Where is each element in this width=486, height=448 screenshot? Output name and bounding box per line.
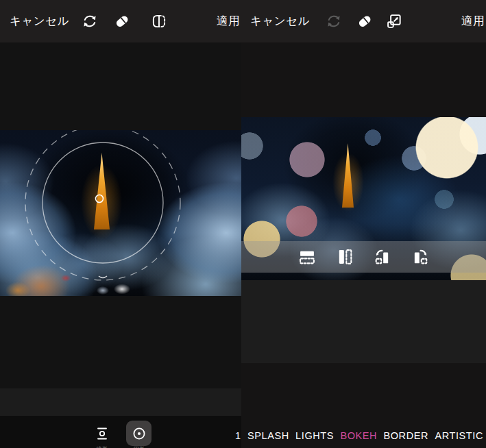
flip-horizontal-button[interactable] [335,247,354,266]
circular-tool-label: 円形 [126,445,151,448]
tab-1[interactable]: 1 [235,430,241,441]
linear-shape-icon [94,425,110,442]
linear-tool-label: 線形 [89,445,114,448]
vignette-inner-circle[interactable] [42,142,163,263]
vignette-shape-overlay[interactable] [0,130,241,296]
redo-button[interactable] [80,12,99,31]
circular-shape-icon [131,425,147,442]
tab-splash[interactable]: SPLASH [247,430,289,441]
rotate-cw-button[interactable] [411,247,430,266]
vignette-center-handle[interactable] [96,195,104,203]
photo-canvas-vignette[interactable] [0,130,241,296]
toolbar-right: キャンセル [241,0,486,42]
photo-canvas-bokeh[interactable] [241,117,486,280]
shape-tools-row [0,416,241,448]
redo-icon [81,12,99,30]
bokeh-editor-pane: キャンセル [241,0,486,448]
adjustment-panel: 透過度 12 色相 0 通常 スクリー 乗算 比較 (暗) 比較 [241,280,486,363]
eraser-button[interactable] [355,12,374,31]
flip-vertical-icon [297,247,317,266]
scale-copy-button[interactable] [385,12,404,31]
vignette-outer-circle-dashed[interactable] [25,130,180,280]
tab-artistic[interactable]: ARTISTIC [435,430,483,441]
apply-button[interactable]: 適用 [217,0,240,42]
bokeh-preset-strip: ♥ ♥ ♥ ♥ BKH12 BKH13 BKH14 BKH [241,363,486,419]
eraser-button[interactable] [112,12,132,31]
tab-border[interactable]: BORDER [383,430,428,441]
rotate-ccw-icon [373,247,392,266]
redo-icon [325,12,343,30]
cancel-button[interactable]: キャンセル [10,0,69,42]
category-tab-bar: 1 SPLASH LIGHTS BOKEH BORDER ARTISTIC [235,426,483,445]
linear-shape-tool[interactable] [89,421,114,446]
eraser-icon [113,12,131,30]
rotate-cw-icon [411,247,430,266]
vignette-resize-handle[interactable] [99,276,107,278]
cancel-button[interactable]: キャンセル [250,0,310,42]
eraser-icon [356,12,374,30]
scale-copy-icon [385,12,403,30]
redo-button-disabled[interactable] [324,12,343,31]
flip-horizontal-icon [335,247,354,266]
rotate-ccw-button[interactable] [373,247,392,266]
tab-lights[interactable]: LIGHTS [295,430,334,441]
photo-editor-screen: キャンセル [0,0,486,448]
vignette-editor-pane: キャンセル [0,0,241,448]
circular-shape-tool[interactable] [126,421,151,446]
toolbar-left: キャンセル [0,0,241,42]
compare-split-icon [150,12,168,30]
tab-bokeh-active[interactable]: BOKEH [340,430,377,441]
flip-vertical-button[interactable] [297,247,317,266]
degree-slider-row: 度合い 3 [0,388,241,416]
apply-button[interactable]: 適用 [461,0,485,42]
compare-split-button[interactable] [149,12,169,31]
overlay-transform-bar [241,241,486,273]
